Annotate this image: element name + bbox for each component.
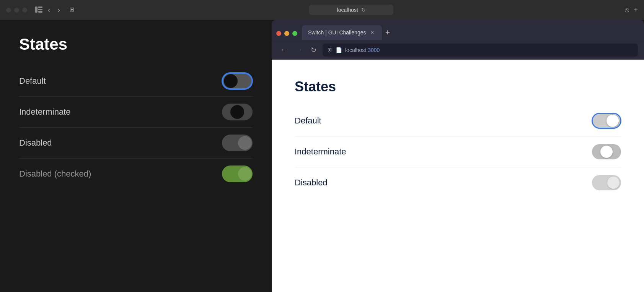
dark-switch-row-disabled-checked: Disabled (checked) <box>19 159 253 189</box>
browser-nav-bar: ← → ↻ ⛨ 📄 localhost:3000 <box>272 40 644 60</box>
browser-shield-icon: ⛨ <box>327 47 333 53</box>
os-url-text: localhost <box>337 7 358 13</box>
browser-tab-bar: Switch | GUI Challenges ✕ + <box>272 20 644 40</box>
toggle-disabled-dark <box>222 135 253 151</box>
dark-switch-row-indeterminate: Indeterminate <box>19 97 253 128</box>
browser-traffic-lights <box>276 31 297 36</box>
dark-label-disabled: Disabled <box>19 138 52 148</box>
svg-rect-1 <box>38 6 42 8</box>
toggle-knob-disabled-dark <box>238 136 252 150</box>
os-right-icons: ⎋ + <box>625 6 638 14</box>
browser-refresh-btn[interactable]: ↻ <box>308 44 319 56</box>
browser-port: :3000 <box>366 47 380 53</box>
sidebar-toggle-icon[interactable] <box>35 6 42 14</box>
left-dark-panel: States Default Indeterminate Disabled Di… <box>0 20 272 292</box>
main-area: States Default Indeterminate Disabled Di… <box>0 20 644 292</box>
page-label-disabled: Disabled <box>295 178 328 188</box>
dark-label-disabled-checked: Disabled (checked) <box>19 169 91 179</box>
os-traffic-lights <box>6 8 27 13</box>
new-tab-icon[interactable]: + <box>634 6 638 14</box>
toggle-disabled-checked-dark <box>222 165 253 182</box>
os-refresh-icon[interactable]: ↻ <box>361 7 366 13</box>
page-label-indeterminate: Indeterminate <box>295 147 346 157</box>
page-section-title: States <box>295 79 621 95</box>
os-maximize-btn[interactable] <box>22 8 27 13</box>
dark-switch-row-disabled: Disabled <box>19 128 253 159</box>
dark-section-title: States <box>19 35 253 54</box>
page-label-default: Default <box>295 116 321 126</box>
browser-forward-btn[interactable]: → <box>293 44 305 55</box>
share-icon[interactable]: ⎋ <box>625 6 629 14</box>
toggle-knob-disabled-checked-dark <box>238 167 252 181</box>
page-content: States Default Indeterminate <box>272 60 644 292</box>
browser-tab-title: Switch | GUI Challenges <box>308 29 366 36</box>
toggle-knob-default-dark <box>224 74 238 88</box>
nav-forward-icon[interactable]: › <box>55 5 62 15</box>
browser-page-icon: 📄 <box>336 47 342 53</box>
browser-maximize-btn[interactable] <box>292 31 297 36</box>
svg-rect-3 <box>38 11 42 13</box>
os-minimize-btn[interactable] <box>14 8 19 13</box>
toggle-default-dark[interactable] <box>222 73 253 89</box>
toggle-knob-disabled-light <box>607 177 620 189</box>
page-switch-row-default: Default <box>295 105 621 136</box>
toggle-default-light[interactable] <box>592 113 621 128</box>
shield-icon[interactable]: ⛨ <box>67 5 78 15</box>
os-address-bar[interactable]: localhost ↻ <box>82 5 620 15</box>
page-switch-row-disabled: Disabled <box>295 167 621 198</box>
toggle-knob-indeterminate-light <box>600 146 613 158</box>
browser-minimize-btn[interactable] <box>284 31 289 36</box>
dark-switch-row-default: Default <box>19 66 253 97</box>
browser-area: Switch | GUI Challenges ✕ + ← → ↻ ⛨ 📄 lo… <box>272 20 644 292</box>
toggle-knob-indeterminate-dark <box>230 105 244 119</box>
dark-label-default: Default <box>19 76 46 86</box>
browser-new-tab-btn[interactable]: + <box>385 28 390 37</box>
browser-address-text: localhost:3000 <box>345 47 380 53</box>
svg-rect-0 <box>35 6 37 13</box>
browser-close-btn[interactable] <box>276 31 281 36</box>
browser-address-bar[interactable]: ⛨ 📄 localhost:3000 <box>323 44 638 57</box>
toggle-indeterminate-dark[interactable] <box>222 104 253 120</box>
dark-label-indeterminate: Indeterminate <box>19 107 71 117</box>
toggle-indeterminate-light[interactable] <box>592 144 621 159</box>
toggle-knob-default-light <box>607 115 619 127</box>
browser-tab-active[interactable]: Switch | GUI Challenges ✕ <box>302 25 382 40</box>
os-close-btn[interactable] <box>6 8 11 13</box>
page-switch-row-indeterminate: Indeterminate <box>295 136 621 167</box>
toggle-disabled-light <box>592 175 621 190</box>
os-toolbar: ‹ › ⛨ localhost ↻ ⎋ + <box>0 0 644 20</box>
os-nav-icons: ‹ › <box>35 5 62 15</box>
browser-window: Switch | GUI Challenges ✕ + ← → ↻ ⛨ 📄 lo… <box>272 20 644 292</box>
os-url-pill[interactable]: localhost ↻ <box>309 5 393 15</box>
browser-tab-close-icon[interactable]: ✕ <box>369 29 376 36</box>
browser-back-btn[interactable]: ← <box>278 44 289 55</box>
svg-rect-2 <box>38 9 42 10</box>
nav-back-icon[interactable]: ‹ <box>46 5 52 15</box>
